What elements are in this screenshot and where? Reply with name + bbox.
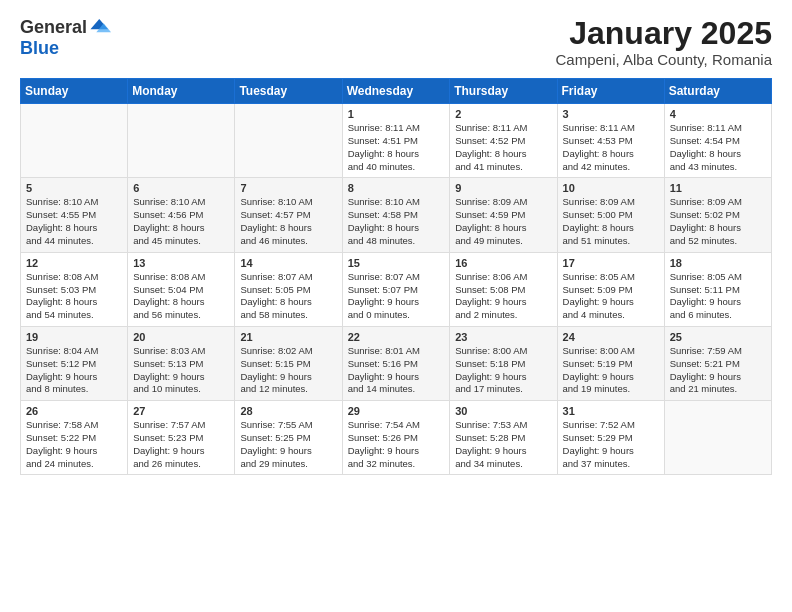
- day-number: 24: [563, 331, 659, 343]
- calendar-title: January 2025: [555, 16, 772, 51]
- calendar-cell: 2Sunrise: 8:11 AM Sunset: 4:52 PM Daylig…: [450, 104, 557, 178]
- calendar-cell: [664, 401, 771, 475]
- calendar-cell: 14Sunrise: 8:07 AM Sunset: 5:05 PM Dayli…: [235, 252, 342, 326]
- calendar-cell: 21Sunrise: 8:02 AM Sunset: 5:15 PM Dayli…: [235, 326, 342, 400]
- day-number: 18: [670, 257, 766, 269]
- calendar-cell: 8Sunrise: 8:10 AM Sunset: 4:58 PM Daylig…: [342, 178, 450, 252]
- day-number: 12: [26, 257, 122, 269]
- day-number: 16: [455, 257, 551, 269]
- day-number: 2: [455, 108, 551, 120]
- day-number: 1: [348, 108, 445, 120]
- calendar-cell: 26Sunrise: 7:58 AM Sunset: 5:22 PM Dayli…: [21, 401, 128, 475]
- calendar-cell: 6Sunrise: 8:10 AM Sunset: 4:56 PM Daylig…: [128, 178, 235, 252]
- day-info: Sunrise: 7:52 AM Sunset: 5:29 PM Dayligh…: [563, 419, 659, 470]
- calendar-cell: 31Sunrise: 7:52 AM Sunset: 5:29 PM Dayli…: [557, 401, 664, 475]
- day-info: Sunrise: 8:00 AM Sunset: 5:18 PM Dayligh…: [455, 345, 551, 396]
- header: General Blue January 2025 Campeni, Alba …: [20, 16, 772, 68]
- calendar-cell: 17Sunrise: 8:05 AM Sunset: 5:09 PM Dayli…: [557, 252, 664, 326]
- calendar-cell: 11Sunrise: 8:09 AM Sunset: 5:02 PM Dayli…: [664, 178, 771, 252]
- logo-general-text: General: [20, 17, 87, 38]
- day-number: 20: [133, 331, 229, 343]
- day-number: 19: [26, 331, 122, 343]
- day-info: Sunrise: 7:58 AM Sunset: 5:22 PM Dayligh…: [26, 419, 122, 470]
- day-number: 6: [133, 182, 229, 194]
- logo-blue-text: Blue: [20, 38, 59, 59]
- day-number: 4: [670, 108, 766, 120]
- calendar-cell: [235, 104, 342, 178]
- calendar-cell: 3Sunrise: 8:11 AM Sunset: 4:53 PM Daylig…: [557, 104, 664, 178]
- day-info: Sunrise: 8:11 AM Sunset: 4:54 PM Dayligh…: [670, 122, 766, 173]
- day-number: 14: [240, 257, 336, 269]
- calendar-cell: 15Sunrise: 8:07 AM Sunset: 5:07 PM Dayli…: [342, 252, 450, 326]
- calendar-cell: 23Sunrise: 8:00 AM Sunset: 5:18 PM Dayli…: [450, 326, 557, 400]
- day-info: Sunrise: 8:03 AM Sunset: 5:13 PM Dayligh…: [133, 345, 229, 396]
- calendar-cell: 9Sunrise: 8:09 AM Sunset: 4:59 PM Daylig…: [450, 178, 557, 252]
- calendar-cell: 1Sunrise: 8:11 AM Sunset: 4:51 PM Daylig…: [342, 104, 450, 178]
- page: General Blue January 2025 Campeni, Alba …: [0, 0, 792, 612]
- day-info: Sunrise: 8:11 AM Sunset: 4:51 PM Dayligh…: [348, 122, 445, 173]
- col-saturday: Saturday: [664, 79, 771, 104]
- col-monday: Monday: [128, 79, 235, 104]
- col-sunday: Sunday: [21, 79, 128, 104]
- day-info: Sunrise: 8:08 AM Sunset: 5:04 PM Dayligh…: [133, 271, 229, 322]
- day-info: Sunrise: 8:10 AM Sunset: 4:58 PM Dayligh…: [348, 196, 445, 247]
- day-info: Sunrise: 7:53 AM Sunset: 5:28 PM Dayligh…: [455, 419, 551, 470]
- day-info: Sunrise: 7:57 AM Sunset: 5:23 PM Dayligh…: [133, 419, 229, 470]
- calendar-cell: 16Sunrise: 8:06 AM Sunset: 5:08 PM Dayli…: [450, 252, 557, 326]
- day-info: Sunrise: 7:54 AM Sunset: 5:26 PM Dayligh…: [348, 419, 445, 470]
- calendar-cell: 10Sunrise: 8:09 AM Sunset: 5:00 PM Dayli…: [557, 178, 664, 252]
- day-info: Sunrise: 8:07 AM Sunset: 5:05 PM Dayligh…: [240, 271, 336, 322]
- calendar-cell: 22Sunrise: 8:01 AM Sunset: 5:16 PM Dayli…: [342, 326, 450, 400]
- day-info: Sunrise: 8:02 AM Sunset: 5:15 PM Dayligh…: [240, 345, 336, 396]
- calendar-cell: 4Sunrise: 8:11 AM Sunset: 4:54 PM Daylig…: [664, 104, 771, 178]
- calendar-cell: 30Sunrise: 7:53 AM Sunset: 5:28 PM Dayli…: [450, 401, 557, 475]
- day-info: Sunrise: 8:10 AM Sunset: 4:55 PM Dayligh…: [26, 196, 122, 247]
- col-wednesday: Wednesday: [342, 79, 450, 104]
- day-number: 28: [240, 405, 336, 417]
- day-info: Sunrise: 8:09 AM Sunset: 4:59 PM Dayligh…: [455, 196, 551, 247]
- day-number: 22: [348, 331, 445, 343]
- calendar-cell: 18Sunrise: 8:05 AM Sunset: 5:11 PM Dayli…: [664, 252, 771, 326]
- calendar-subtitle: Campeni, Alba County, Romania: [555, 51, 772, 68]
- calendar-cell: 12Sunrise: 8:08 AM Sunset: 5:03 PM Dayli…: [21, 252, 128, 326]
- day-info: Sunrise: 8:09 AM Sunset: 5:02 PM Dayligh…: [670, 196, 766, 247]
- calendar-cell: 29Sunrise: 7:54 AM Sunset: 5:26 PM Dayli…: [342, 401, 450, 475]
- calendar-cell: 19Sunrise: 8:04 AM Sunset: 5:12 PM Dayli…: [21, 326, 128, 400]
- calendar-cell: 24Sunrise: 8:00 AM Sunset: 5:19 PM Dayli…: [557, 326, 664, 400]
- calendar-week-row-3: 12Sunrise: 8:08 AM Sunset: 5:03 PM Dayli…: [21, 252, 772, 326]
- day-number: 3: [563, 108, 659, 120]
- calendar-cell: 5Sunrise: 8:10 AM Sunset: 4:55 PM Daylig…: [21, 178, 128, 252]
- day-number: 9: [455, 182, 551, 194]
- day-number: 11: [670, 182, 766, 194]
- col-thursday: Thursday: [450, 79, 557, 104]
- day-info: Sunrise: 8:01 AM Sunset: 5:16 PM Dayligh…: [348, 345, 445, 396]
- title-block: January 2025 Campeni, Alba County, Roman…: [555, 16, 772, 68]
- day-number: 8: [348, 182, 445, 194]
- calendar-cell: [21, 104, 128, 178]
- day-number: 5: [26, 182, 122, 194]
- day-number: 29: [348, 405, 445, 417]
- calendar-cell: 28Sunrise: 7:55 AM Sunset: 5:25 PM Dayli…: [235, 401, 342, 475]
- day-number: 21: [240, 331, 336, 343]
- calendar-cell: 7Sunrise: 8:10 AM Sunset: 4:57 PM Daylig…: [235, 178, 342, 252]
- day-info: Sunrise: 7:55 AM Sunset: 5:25 PM Dayligh…: [240, 419, 336, 470]
- calendar-cell: 20Sunrise: 8:03 AM Sunset: 5:13 PM Dayli…: [128, 326, 235, 400]
- day-info: Sunrise: 8:05 AM Sunset: 5:09 PM Dayligh…: [563, 271, 659, 322]
- calendar-cell: [128, 104, 235, 178]
- day-info: Sunrise: 8:11 AM Sunset: 4:52 PM Dayligh…: [455, 122, 551, 173]
- day-info: Sunrise: 8:10 AM Sunset: 4:56 PM Dayligh…: [133, 196, 229, 247]
- day-info: Sunrise: 8:10 AM Sunset: 4:57 PM Dayligh…: [240, 196, 336, 247]
- day-info: Sunrise: 7:59 AM Sunset: 5:21 PM Dayligh…: [670, 345, 766, 396]
- logo-icon: [89, 16, 111, 38]
- day-number: 10: [563, 182, 659, 194]
- day-info: Sunrise: 8:04 AM Sunset: 5:12 PM Dayligh…: [26, 345, 122, 396]
- day-number: 7: [240, 182, 336, 194]
- day-number: 26: [26, 405, 122, 417]
- day-number: 13: [133, 257, 229, 269]
- calendar-cell: 27Sunrise: 7:57 AM Sunset: 5:23 PM Dayli…: [128, 401, 235, 475]
- day-number: 25: [670, 331, 766, 343]
- calendar-week-row-4: 19Sunrise: 8:04 AM Sunset: 5:12 PM Dayli…: [21, 326, 772, 400]
- day-info: Sunrise: 8:06 AM Sunset: 5:08 PM Dayligh…: [455, 271, 551, 322]
- day-info: Sunrise: 8:00 AM Sunset: 5:19 PM Dayligh…: [563, 345, 659, 396]
- day-info: Sunrise: 8:07 AM Sunset: 5:07 PM Dayligh…: [348, 271, 445, 322]
